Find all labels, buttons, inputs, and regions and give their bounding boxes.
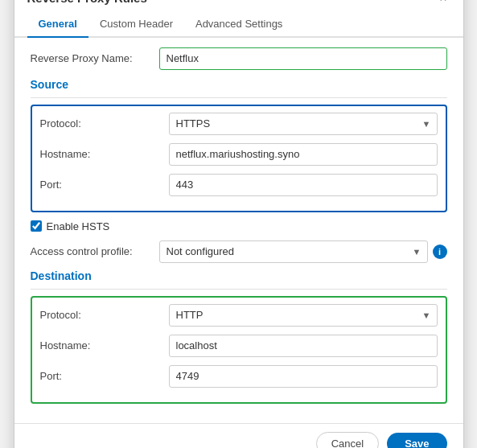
- source-port-input[interactable]: [169, 174, 438, 196]
- enable-hsts-row: Enable HSTS: [31, 220, 447, 232]
- access-control-info-icon[interactable]: i: [433, 245, 447, 259]
- access-control-select[interactable]: Not configured: [159, 240, 428, 263]
- source-protocol-select[interactable]: HTTPS HTTP: [169, 113, 438, 135]
- destination-group: Protocol: HTTP HTTPS ▼ Hostname: Port:: [31, 296, 447, 404]
- tab-custom-header[interactable]: Custom Header: [88, 11, 184, 38]
- source-protocol-select-wrap: HTTPS HTTP ▼: [169, 113, 438, 135]
- dest-protocol-select-wrap: HTTP HTTPS ▼: [169, 304, 438, 327]
- source-port-label: Port:: [40, 179, 169, 191]
- proxy-name-input[interactable]: [159, 47, 447, 70]
- cancel-button[interactable]: Cancel: [316, 432, 379, 449]
- dest-port-label: Port:: [40, 370, 169, 382]
- dest-hostname-row: Hostname:: [40, 335, 438, 357]
- enable-hsts-checkbox[interactable]: [31, 220, 42, 232]
- source-section-title: Source: [31, 78, 447, 91]
- enable-hsts-label[interactable]: Enable HSTS: [47, 220, 110, 232]
- access-control-select-wrap: Not configured ▼ i: [159, 240, 447, 263]
- dialog-header: Reverse Proxy Rules ×: [14, 0, 463, 6]
- tab-bar: General Custom Header Advanced Settings: [14, 11, 463, 38]
- dest-port-row: Port:: [40, 365, 438, 388]
- source-divider: [31, 97, 447, 98]
- access-control-select-container: Not configured ▼: [159, 240, 428, 263]
- dest-protocol-label: Protocol:: [40, 309, 169, 321]
- access-control-row: Access control profile: Not configured ▼…: [31, 240, 447, 263]
- reverse-proxy-dialog: Reverse Proxy Rules × General Custom Hea…: [14, 0, 464, 448]
- dialog-title: Reverse Proxy Rules: [27, 0, 147, 5]
- dialog-footer: Cancel Save: [14, 423, 463, 449]
- tab-general[interactable]: General: [27, 11, 88, 38]
- dest-port-input[interactable]: [169, 365, 438, 388]
- dialog-body: Reverse Proxy Name: Source Protocol: HTT…: [14, 38, 463, 420]
- dest-hostname-label: Hostname:: [40, 339, 169, 351]
- source-hostname-row: Hostname:: [40, 143, 438, 166]
- close-button[interactable]: ×: [436, 0, 450, 6]
- dest-hostname-input[interactable]: [169, 335, 438, 357]
- source-hostname-label: Hostname:: [40, 148, 169, 160]
- save-button[interactable]: Save: [387, 433, 446, 449]
- dest-protocol-select[interactable]: HTTP HTTPS: [169, 304, 438, 327]
- destination-section-title: Destination: [31, 269, 447, 282]
- source-port-row: Port:: [40, 174, 438, 196]
- access-control-label: Access control profile:: [31, 245, 159, 257]
- source-protocol-label: Protocol:: [40, 117, 169, 129]
- proxy-name-label: Reverse Proxy Name:: [31, 52, 159, 64]
- dest-protocol-row: Protocol: HTTP HTTPS ▼: [40, 304, 438, 327]
- tab-advanced-settings[interactable]: Advanced Settings: [184, 11, 294, 38]
- source-group: Protocol: HTTPS HTTP ▼ Hostname: Port:: [31, 105, 447, 212]
- destination-divider: [31, 289, 447, 290]
- source-protocol-row: Protocol: HTTPS HTTP ▼: [40, 113, 438, 135]
- proxy-name-row: Reverse Proxy Name:: [31, 47, 447, 70]
- source-hostname-input[interactable]: [169, 143, 438, 166]
